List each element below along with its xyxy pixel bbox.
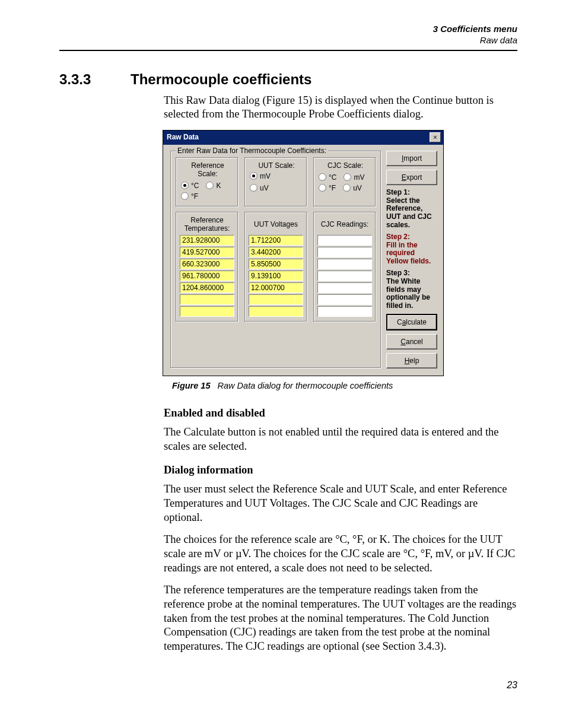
uut-scale-group: UUT Scale: mV uV <box>244 157 307 207</box>
cjc-readings-column: CJC Readings: <box>313 212 376 322</box>
uut-voltages-header: UUT Voltages <box>249 216 303 233</box>
ref-temp-input[interactable] <box>180 259 234 269</box>
subheading-enabled: Enabled and disabled <box>164 407 517 419</box>
radio-icon <box>319 173 326 181</box>
uut-voltage-input[interactable] <box>249 282 303 293</box>
paragraph: The reference temperatures are the tempe… <box>164 583 517 653</box>
paragraph: The user must select the Reference Scale… <box>164 482 517 524</box>
ref-temp-input[interactable] <box>180 294 234 305</box>
step3-text: Step 3: The White fields may optionally … <box>386 269 437 310</box>
ref-temps-header: Reference Temperatures: <box>180 216 234 233</box>
cjc-reading-input[interactable] <box>317 271 372 281</box>
intro-paragraph: This Raw Data dialog (Figure 15) is disp… <box>164 94 517 122</box>
radio-icon <box>206 182 214 189</box>
close-icon[interactable]: × <box>430 132 441 142</box>
fieldset-legend: Enter Raw Data for Thermocouple Coeffici… <box>176 147 328 155</box>
step2-text: Step 2: Fill in the required Yellow fiel… <box>386 233 437 266</box>
ref-scale-k-radio[interactable]: K <box>206 182 221 190</box>
cjc-scale-c-radio[interactable]: °C <box>319 173 336 182</box>
cjc-reading-input[interactable] <box>317 306 372 317</box>
radio-selected-icon <box>250 172 257 180</box>
radio-selected-icon <box>181 182 189 189</box>
paragraph: The choices for the reference scale are … <box>164 533 517 575</box>
uut-voltage-input[interactable] <box>249 235 303 246</box>
uut-voltage-input[interactable] <box>249 306 303 317</box>
uut-scale-uv-radio[interactable]: uV <box>250 184 303 192</box>
header-rule <box>59 50 517 51</box>
cjc-scale-uv-radio[interactable]: uV <box>343 184 362 192</box>
radio-icon <box>250 184 257 192</box>
radio-icon <box>344 173 351 181</box>
cjc-scale-label: CJC Scale: <box>319 161 372 170</box>
help-button[interactable]: Help <box>386 353 437 368</box>
raw-data-fieldset: Enter Raw Data for Thermocouple Coeffici… <box>170 151 381 368</box>
figure-label: Figure 15 <box>172 381 210 390</box>
cjc-readings-header: CJC Readings: <box>317 216 372 233</box>
export-button[interactable]: Export <box>386 170 437 185</box>
reference-temperatures-column: Reference Temperatures: <box>176 212 239 322</box>
cancel-button[interactable]: Cancel <box>386 334 437 349</box>
section-number: 3.3.3 <box>59 71 114 88</box>
section-title: Thermocouple coefficients <box>131 71 311 88</box>
cjc-reading-input[interactable] <box>317 282 372 293</box>
cjc-reading-input[interactable] <box>317 294 372 305</box>
ref-temp-input[interactable] <box>180 306 234 317</box>
uut-voltage-input[interactable] <box>249 294 303 305</box>
ref-temp-input[interactable] <box>180 271 234 281</box>
calculate-button[interactable]: Calculate <box>386 314 437 330</box>
ref-temp-input[interactable] <box>180 282 234 293</box>
figure-caption: Figure 15 Raw Data dialog for thermocoup… <box>172 381 517 390</box>
ref-scale-c-radio[interactable]: °C <box>181 182 199 190</box>
radio-icon <box>181 192 189 200</box>
uut-scale-mv-radio[interactable]: mV <box>250 172 303 180</box>
cjc-scale-f-radio[interactable]: °F <box>319 184 336 192</box>
reference-scale-label: Reference Scale: <box>181 161 234 178</box>
header-section: Raw data <box>59 35 517 46</box>
cjc-reading-input[interactable] <box>317 259 372 269</box>
figure-text: Raw Data dialog for thermocouple coeffic… <box>218 381 393 390</box>
step1-text: Step 1: Select the Reference, UUT and CJ… <box>386 189 437 230</box>
radio-icon <box>319 184 326 192</box>
dialog-titlebar[interactable]: Raw Data × <box>163 131 443 145</box>
cjc-reading-input[interactable] <box>317 235 372 246</box>
running-header: 3 Coefficients menu Raw data <box>59 24 517 46</box>
uut-scale-label: UUT Scale: <box>250 161 303 170</box>
radio-icon <box>343 184 351 192</box>
header-chapter: 3 Coefficients menu <box>59 24 517 35</box>
cjc-scale-mv-radio[interactable]: mV <box>344 173 364 182</box>
cjc-scale-group: CJC Scale: °C mV °F uV <box>313 157 376 207</box>
ref-temp-input[interactable] <box>180 235 234 246</box>
paragraph: The Calculate button is not enabled unti… <box>164 425 517 453</box>
import-button[interactable]: Import <box>386 151 437 166</box>
raw-data-dialog: Raw Data × Enter Raw Data for Thermocoup… <box>163 130 444 376</box>
uut-voltages-column: UUT Voltages <box>244 212 307 322</box>
uut-voltage-input[interactable] <box>249 247 303 257</box>
reference-scale-group: Reference Scale: °C K °F <box>176 157 239 207</box>
uut-voltage-input[interactable] <box>249 259 303 269</box>
dialog-side-panel: Import Export Step 1: Select the Referen… <box>386 151 437 368</box>
ref-temp-input[interactable] <box>180 247 234 257</box>
ref-scale-f-radio[interactable]: °F <box>181 192 234 201</box>
cjc-reading-input[interactable] <box>317 247 372 257</box>
dialog-title: Raw Data <box>167 133 199 141</box>
page-number: 23 <box>59 680 517 691</box>
uut-voltage-input[interactable] <box>249 271 303 281</box>
subheading-dialog-info: Dialog information <box>164 464 517 476</box>
